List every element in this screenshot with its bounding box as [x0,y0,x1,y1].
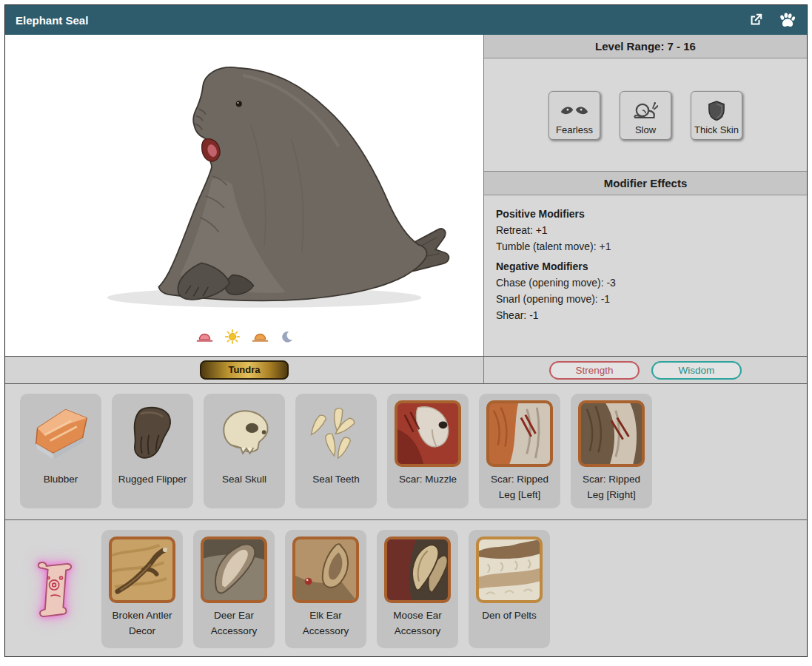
trait-thick-skin[interactable]: Thick Skin [691,91,742,140]
level-range-header: Level Range: 7 - 16 [484,35,807,58]
seal-teeth-image [302,400,370,468]
drop-item-label: Seal Teeth [312,471,360,487]
biome-badge-tundra[interactable]: Tundra [200,360,289,380]
deer-ear-accessory-image [200,536,268,604]
modifier-list: Positive Modifiers Retreat: +1 Tumble (t… [484,195,807,334]
recipe-item-label: Den of Pelts [482,608,537,623]
drop-item-label: Scar: Ripped Leg [Left] [482,471,557,502]
drop-item-blubber[interactable]: Blubber [20,394,101,508]
snail-icon [633,96,658,124]
drop-item-label: Seal Skull [222,471,266,487]
open-external-icon[interactable] [746,10,765,30]
recipe-item-moose-ear-accessory[interactable]: Moose Ear Accessory [377,530,458,648]
drop-item-label: Scar: Ripped Leg [Right] [574,471,649,502]
header-icons [746,10,796,30]
modifier-line: Retreat: +1 [496,222,795,238]
page-title: Elephant Seal [16,14,746,27]
title-bar: Elephant Seal [5,5,807,35]
drop-item-seal-teeth[interactable]: Seal Teeth [295,394,377,508]
recipe-item-elk-ear-accessory[interactable]: Elk Ear Accessory [285,530,366,648]
main-split: Level Range: 7 - 16 Fearless [5,35,807,356]
drop-item-label: Rugged Flipper [118,471,187,487]
sunrise-icon [196,331,213,346]
trait-label: Slow [635,124,656,135]
trait-buttons: Fearless Slow [484,91,807,140]
drop-item-scar-muzzle[interactable]: Scar: Muzzle [387,394,469,508]
creature-page: Elephant Seal [4,4,808,657]
elephant-seal-illustration [37,35,452,329]
negative-modifiers-heading: Negative Modifiers [496,258,795,275]
trait-fearless[interactable]: Fearless [548,91,600,140]
creature-panel [5,35,484,356]
trait-slow[interactable]: Slow [620,91,671,140]
attribute-wisdom[interactable]: Wisdom [651,361,742,380]
trait-label: Thick Skin [694,124,739,135]
positive-modifiers-heading: Positive Modifiers [496,206,795,222]
broken-antler-decor-image [108,536,176,604]
modifier-line: Chase (opening move): -3 [496,275,795,291]
recipe-item-label: Moose Ear Accessory [380,608,455,639]
drop-item-label: Blubber [44,471,78,487]
rugged-flipper-image [118,400,187,468]
shield-icon [708,96,725,124]
modifier-line: Tumble (talent move): +1 [496,238,795,255]
stats-panel: Level Range: 7 - 16 Fearless [484,35,807,356]
scar-muzzle-image [394,400,462,468]
modifier-effects-header: Modifier Effects [484,171,807,195]
scar-ripped-leg-left-image [486,400,554,468]
attribute-cell: Strength Wisdom [484,357,807,383]
recipe-item-deer-ear-accessory[interactable]: Deer Ear Accessory [193,530,275,648]
elk-ear-accessory-image [292,536,360,604]
sunset-icon [252,331,269,346]
eyes-icon [560,96,589,124]
modifier-line: Shear: -1 [496,307,795,323]
blubber-image [27,400,95,468]
recipes-section: Broken Antler Decor Deer Ear Accessory [5,520,807,656]
recipe-scroll-icon[interactable] [20,534,91,645]
seal-skull-image [210,400,278,468]
den-of-pelts-image [475,536,543,604]
biome-cell: Tundra [5,357,484,383]
drop-item-scar-ripped-leg-left[interactable]: Scar: Ripped Leg [Left] [479,394,560,508]
recipe-item-label: Broken Antler Decor [104,608,180,639]
active-time-indicators [196,329,293,347]
trait-label: Fearless [556,124,593,135]
drops-section: Blubber Rugged Flipper [5,384,807,520]
moose-ear-accessory-image [383,536,452,604]
drop-item-label: Scar: Muzzle [399,471,457,487]
drop-item-seal-skull[interactable]: Seal Skull [204,394,285,508]
scar-ripped-leg-right-image [577,400,645,468]
recipe-item-label: Elk Ear Accessory [288,608,363,639]
attribute-strength[interactable]: Strength [549,361,640,380]
modifier-line: Snarl (opening move): -1 [496,291,795,307]
recipe-item-den-of-pelts[interactable]: Den of Pelts [469,530,550,648]
drop-item-rugged-flipper[interactable]: Rugged Flipper [112,394,193,508]
drop-item-scar-ripped-leg-right[interactable]: Scar: Ripped Leg [Right] [571,394,652,508]
moon-icon [281,331,293,346]
recipe-item-broken-antler-decor[interactable]: Broken Antler Decor [101,530,183,648]
meta-row: Tundra Strength Wisdom [5,356,807,384]
sun-icon [225,329,240,347]
paw-icon[interactable] [777,10,796,30]
recipe-item-label: Deer Ear Accessory [196,608,272,639]
